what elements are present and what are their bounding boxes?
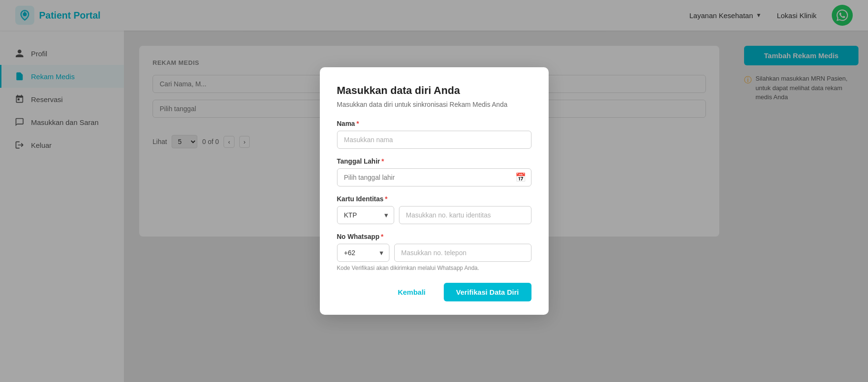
- id-type-select-wrap: KTP SIM Passport ▼: [337, 206, 394, 224]
- kartu-identitas-row: KTP SIM Passport ▼: [337, 206, 531, 224]
- kartu-identitas-label: Kartu Identitas*: [337, 195, 531, 203]
- tanggal-lahir-label: Tanggal Lahir*: [337, 157, 531, 165]
- phone-prefix-select[interactable]: +62 +1 +44: [337, 244, 389, 262]
- kembali-button[interactable]: Kembali: [385, 283, 438, 301]
- nama-input[interactable]: [337, 131, 531, 149]
- phone-number-input[interactable]: [394, 244, 531, 262]
- calendar-icon: 📅: [515, 172, 526, 183]
- modal-subtitle: Masukkan data diri untuk sinkronisasi Re…: [337, 101, 531, 108]
- modal-title: Masukkan data diri Anda: [337, 84, 531, 97]
- tanggal-lahir-wrap: 📅: [337, 168, 531, 186]
- phone-hint: Kode Verifikasi akan dikirimkan melalui …: [337, 265, 531, 271]
- phone-prefix-wrap: +62 +1 +44 ▼: [337, 244, 389, 262]
- modal-actions: Kembali Verifikasi Data Diri: [337, 283, 531, 301]
- modal-overlay[interactable]: Masukkan data diri Anda Masukkan data di…: [0, 0, 868, 382]
- id-number-input[interactable]: [399, 206, 531, 224]
- modal: Masukkan data diri Anda Masukkan data di…: [320, 67, 549, 315]
- verifikasi-button[interactable]: Verifikasi Data Diri: [444, 283, 531, 301]
- tanggal-lahir-input[interactable]: [337, 168, 531, 186]
- id-type-select[interactable]: KTP SIM Passport: [337, 206, 394, 224]
- phone-row: +62 +1 +44 ▼: [337, 244, 531, 262]
- no-whatsapp-label: No Whatsapp*: [337, 233, 531, 240]
- nama-label: Nama*: [337, 120, 531, 127]
